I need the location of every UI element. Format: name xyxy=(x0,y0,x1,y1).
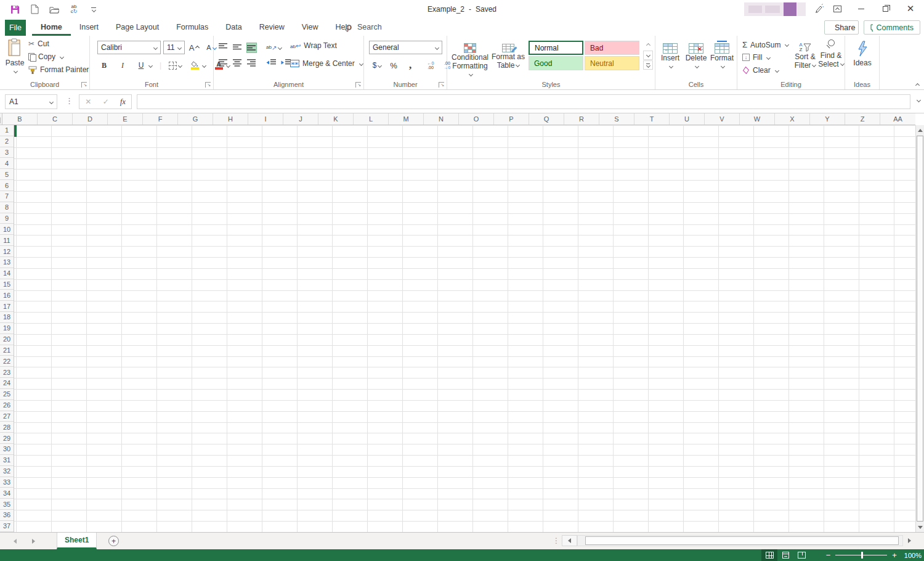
gallery-more-button[interactable] xyxy=(643,60,653,70)
merge-center-button[interactable]: Merge & Center xyxy=(290,59,363,68)
zoom-in-button[interactable]: + xyxy=(892,551,897,560)
decrease-indent-button[interactable] xyxy=(266,59,276,68)
increase-indent-button[interactable] xyxy=(281,59,291,68)
autosum-button[interactable]: Σ AutoSum xyxy=(742,40,788,49)
collapse-ribbon-icon[interactable] xyxy=(915,83,920,88)
top-align-button[interactable] xyxy=(219,43,228,52)
italic-button[interactable]: I xyxy=(117,59,128,72)
minimize-button[interactable] xyxy=(853,0,869,17)
zoom-slider[interactable] xyxy=(835,555,887,555)
horizontal-scroll-thumb[interactable] xyxy=(585,536,899,545)
row-header-11[interactable]: 11 xyxy=(0,235,14,246)
fill-color-button[interactable] xyxy=(189,59,200,72)
font-dialog-launcher[interactable]: ↘ xyxy=(205,82,211,88)
cut-button[interactable]: ✂ Cut xyxy=(28,39,49,48)
number-dialog-launcher[interactable]: ↘ xyxy=(439,82,444,88)
row-header-37[interactable]: 37 xyxy=(0,521,14,532)
scroll-left-button[interactable] xyxy=(562,535,577,546)
row-header-2[interactable]: 2 xyxy=(0,136,14,147)
format-cells-button[interactable]: Format xyxy=(710,39,734,71)
column-header-P[interactable]: P xyxy=(494,113,529,125)
row-header-35[interactable]: 35 xyxy=(0,499,14,510)
align-left-button[interactable] xyxy=(219,59,228,68)
column-header-S[interactable]: S xyxy=(599,113,634,125)
row-header-32[interactable]: 32 xyxy=(0,466,14,477)
column-header-T[interactable]: T xyxy=(634,113,670,125)
column-header-H[interactable]: H xyxy=(213,113,248,125)
row-header-24[interactable]: 24 xyxy=(0,378,14,389)
copy-button[interactable]: Copy xyxy=(28,52,63,61)
row-header-15[interactable]: 15 xyxy=(0,279,14,290)
number-format-select[interactable]: General xyxy=(369,41,442,54)
font-size-select[interactable]: 11 xyxy=(163,41,185,54)
format-as-table-button[interactable]: Format as Table xyxy=(490,39,526,70)
column-header-AA[interactable]: AA xyxy=(880,113,915,125)
row-header-8[interactable]: 8 xyxy=(0,202,14,213)
row-header-23[interactable]: 23 xyxy=(0,367,14,378)
bold-button[interactable]: B xyxy=(99,59,110,72)
increase-decimal-button[interactable]: ←0 .00 xyxy=(425,59,436,72)
row-header-19[interactable]: 19 xyxy=(0,323,14,334)
column-header-B[interactable]: B xyxy=(2,113,38,125)
sheet-tab-sheet1[interactable]: Sheet1 xyxy=(57,533,97,549)
underline-button[interactable]: U xyxy=(136,59,147,72)
align-center-button[interactable] xyxy=(233,59,242,68)
column-header-Z[interactable]: Z xyxy=(845,113,880,125)
accounting-format-button[interactable]: $ xyxy=(371,59,383,72)
zoom-level[interactable]: 100% xyxy=(904,552,922,559)
add-sheet-button[interactable]: + xyxy=(108,536,119,546)
close-button[interactable]: ✕ xyxy=(902,0,918,17)
format-painter-button[interactable]: Format Painter xyxy=(28,65,89,74)
column-header-U[interactable]: U xyxy=(670,113,705,125)
row-header-31[interactable]: 31 xyxy=(0,455,14,466)
column-header-F[interactable]: F xyxy=(143,113,178,125)
cell-style-good[interactable]: Good xyxy=(529,56,583,70)
column-header-Q[interactable]: Q xyxy=(529,113,564,125)
name-box[interactable]: A1 xyxy=(5,94,57,109)
row-header-12[interactable]: 12 xyxy=(0,246,14,257)
gallery-up-button[interactable] xyxy=(643,41,653,50)
column-header-X[interactable]: X xyxy=(775,113,810,125)
column-header-I[interactable]: I xyxy=(248,113,283,125)
normal-view-button[interactable] xyxy=(761,549,777,561)
gallery-down-button[interactable] xyxy=(643,51,653,60)
find-select-button[interactable]: Find & Select xyxy=(817,39,845,68)
row-header-36[interactable]: 36 xyxy=(0,510,14,521)
column-header-V[interactable]: V xyxy=(705,113,740,125)
cell-style-bad[interactable]: Bad xyxy=(585,41,639,55)
row-header-18[interactable]: 18 xyxy=(0,312,14,323)
column-header-M[interactable]: M xyxy=(389,113,424,125)
tab-review[interactable]: Review xyxy=(251,18,293,36)
row-header-13[interactable]: 13 xyxy=(0,257,14,268)
formula-bar-splitter[interactable]: ⋮ xyxy=(65,96,73,105)
search-box[interactable]: Search xyxy=(346,18,382,36)
cancel-icon[interactable]: ✕ xyxy=(85,97,91,106)
grow-font-button[interactable]: A xyxy=(188,41,200,54)
restore-button[interactable] xyxy=(877,0,893,17)
percent-button[interactable]: % xyxy=(388,59,399,72)
ideas-button[interactable]: Ideas xyxy=(850,41,875,67)
formula-input[interactable] xyxy=(137,94,910,109)
align-right-button[interactable] xyxy=(247,59,256,68)
scroll-up-button[interactable] xyxy=(916,125,924,135)
row-header-6[interactable]: 6 xyxy=(0,180,14,191)
row-header-17[interactable]: 17 xyxy=(0,301,14,312)
orientation-button[interactable]: ab↗ xyxy=(266,41,282,54)
bottom-align-button[interactable] xyxy=(247,43,256,52)
cell-style-neutral[interactable]: Neutral xyxy=(585,56,639,70)
column-header-L[interactable]: L xyxy=(354,113,389,125)
alignment-dialog-launcher[interactable]: ↘ xyxy=(355,82,361,88)
row-header-4[interactable]: 4 xyxy=(0,158,14,169)
row-header-33[interactable]: 33 xyxy=(0,477,14,488)
row-header-34[interactable]: 34 xyxy=(0,488,14,499)
column-header-E[interactable]: E xyxy=(108,113,143,125)
column-header-Y[interactable]: Y xyxy=(810,113,845,125)
horizontal-scrollbar[interactable] xyxy=(577,535,903,546)
column-header-J[interactable]: J xyxy=(283,113,318,125)
zoom-slider-handle[interactable] xyxy=(861,552,863,559)
column-header-R[interactable]: R xyxy=(564,113,599,125)
row-header-9[interactable]: 9 xyxy=(0,213,14,224)
row-header-14[interactable]: 14 xyxy=(0,268,14,279)
next-sheet-button[interactable] xyxy=(25,533,42,549)
row-header-26[interactable]: 26 xyxy=(0,400,14,411)
